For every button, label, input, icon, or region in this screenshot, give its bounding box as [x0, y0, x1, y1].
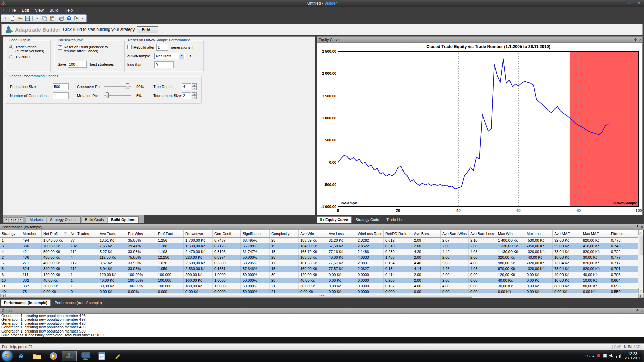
crossover-slider[interactable]	[104, 83, 131, 89]
tray-status-icon[interactable]	[597, 354, 601, 358]
pin-icon[interactable]	[634, 38, 637, 42]
pin-icon[interactable]	[636, 225, 639, 229]
table-horizontal-scrollbar[interactable]: ◀ ▶ •••	[0, 293, 644, 298]
help-icon[interactable]: ?	[66, 15, 72, 22]
tab-scroll-first-icon[interactable]: |◀	[4, 217, 8, 222]
copy-icon[interactable]	[41, 15, 48, 22]
build-button[interactable]: Build...	[137, 26, 158, 33]
table-row-strategy-6[interactable]: 6111120,00 Kč1120,00 Kč100.00%100.000290…	[0, 272, 638, 278]
context-help-icon[interactable]: ?	[73, 15, 80, 22]
column-header-drawdown[interactable]: Drawdown	[184, 230, 213, 237]
column-header-strategy[interactable]: Strategy	[0, 230, 21, 237]
table-row-strategy-1[interactable]: 14941 040,00 Kč7713,51 Kč35.06%1.2561 70…	[0, 238, 638, 243]
splitter-handle[interactable]: •••	[0, 293, 644, 298]
table-row-strategy-4[interactable]: 442590,00 Kč1125,27 Kč33.93%1.1032 470,0…	[0, 249, 638, 255]
column-header-max-loss[interactable]: Max Loss	[525, 230, 553, 237]
table-row-strategy-49[interactable]: 49750,00 Kč00,00 Kč0.00%0.0000,00 Kč0.00…	[0, 289, 638, 293]
show-hidden-icons-icon[interactable]: ▲	[592, 355, 594, 357]
column-header-ret-dd-ratio[interactable]: Ret/DD Ratio	[384, 230, 412, 237]
column-header-corr-coeff[interactable]: Corr Coeff	[213, 230, 241, 237]
taskbar-icon-builder[interactable]	[62, 351, 77, 361]
column-header-complexity[interactable]: Complexity	[270, 230, 299, 237]
less-than-input[interactable]	[154, 61, 174, 68]
oos-metric-dropdown[interactable]: Net Profit ▼	[154, 53, 185, 59]
menu-build[interactable]: Build	[47, 7, 62, 14]
tab-scroll-left-icon[interactable]: ◀	[9, 217, 13, 222]
tab-strategy-code[interactable]: Strategy Code	[352, 216, 382, 223]
generations-input[interactable]	[53, 92, 69, 99]
pin-icon[interactable]	[636, 309, 639, 313]
rebuild-generations-input[interactable]	[156, 44, 168, 51]
table-row-strategy-5[interactable]: 5271400,00 Kč1123,57 Kč33.93%1.0702 590,…	[0, 260, 638, 266]
menu-file[interactable]: File	[6, 7, 19, 14]
tab-performance-in-sample[interactable]: Performance (in-sample)	[1, 299, 51, 306]
column-header-ave-trade[interactable]: Ave Trade	[98, 230, 126, 237]
column-header-fitness[interactable]: Fitness	[609, 230, 637, 237]
ts2000i-radio[interactable]	[9, 55, 13, 59]
tree-depth-stepper[interactable]: ▲▼	[192, 83, 197, 90]
column-header-pct-wins[interactable]: Pct Wins	[126, 230, 156, 237]
open-file-icon[interactable]	[17, 15, 23, 22]
scrollbar-thumb[interactable]	[639, 236, 643, 255]
tab-strategy-options[interactable]: Strategy Options	[47, 216, 81, 223]
tab-markets[interactable]: Markets	[26, 216, 46, 223]
population-size-input[interactable]	[53, 83, 69, 90]
language-indicator[interactable]: CS	[585, 354, 590, 358]
column-header-significance[interactable]: Significance	[241, 230, 270, 237]
close-panel-icon[interactable]: ×	[641, 309, 643, 312]
tab-performance-out-of-sample[interactable]: Performance (out-of-sample)	[51, 299, 105, 306]
tab-scroll-right-icon[interactable]: ▶	[14, 217, 18, 222]
column-header-win-loss-ratio[interactable]: Win/Loss Ratio	[356, 230, 384, 237]
table-row-strategy-3[interactable]: 3380780,00 Kč1027,65 Kč29.41%1.1881 530,…	[0, 243, 638, 249]
taskbar-icon-internet-explorer[interactable]: e	[14, 351, 29, 361]
taskbar-icon-notepad[interactable]	[94, 351, 109, 361]
column-header-ave-loss[interactable]: Ave Loss	[327, 230, 356, 237]
column-header-ave-bars-loss[interactable]: Ave Bars Loss	[469, 230, 496, 237]
tree-depth-input[interactable]	[182, 83, 191, 90]
taskbar-icon-virtual-machine[interactable]	[78, 351, 93, 361]
column-header-ave-bars[interactable]: Ave Bars	[412, 230, 441, 237]
column-header-ave-win[interactable]: Ave Win	[299, 230, 327, 237]
start-button[interactable]	[2, 351, 12, 361]
close-panel-icon[interactable]: ×	[641, 225, 643, 229]
column-header-ave-bars-wins[interactable]: Ave Bars Wins	[441, 230, 469, 237]
column-header-prof-fact[interactable]: Prof Fact	[156, 230, 184, 237]
tray-app-icon[interactable]	[603, 354, 607, 358]
tradestation-radio[interactable]	[9, 45, 13, 49]
menu-help[interactable]: Help	[62, 7, 76, 14]
tab-scroll-last-icon[interactable]: ▶|	[19, 217, 23, 222]
menu-view[interactable]: View	[32, 7, 47, 14]
column-header-max-mae[interactable]: Max MAE	[581, 230, 609, 237]
scroll-up-icon[interactable]: ▲	[638, 230, 643, 235]
minimize-button[interactable]: ─	[616, 0, 625, 6]
table-vertical-scrollbar[interactable]: ▲ ▼	[638, 230, 643, 293]
table-row-strategy-2[interactable]: 2486450,00 Kč4112,50 Kč75.00%12.250320,0…	[0, 255, 638, 260]
save-count-input[interactable]	[68, 61, 87, 68]
column-header-member[interactable]: Member	[21, 230, 42, 237]
close-button[interactable]: ×	[635, 0, 643, 6]
table-row-strategy-8[interactable]: 8324340,00 Kč1123,04 Kč33.93%1.0592 530,…	[0, 266, 638, 272]
volume-icon[interactable]	[609, 354, 614, 358]
scroll-down-icon[interactable]: ▼	[638, 288, 643, 293]
menu-edit[interactable]: Edit	[19, 7, 32, 14]
maximize-button[interactable]: □	[625, 0, 634, 6]
show-desktop-button[interactable]	[642, 350, 644, 362]
toolbar-overflow-icon[interactable]: ▾	[80, 17, 84, 20]
tournament-size-stepper[interactable]: ▲▼	[192, 92, 197, 99]
tournament-size-input[interactable]	[182, 92, 191, 99]
taskbar-icon-pen-tool[interactable]	[110, 351, 125, 361]
tab-build-options[interactable]: Build Options	[108, 216, 139, 223]
cut-icon[interactable]: ✂	[34, 15, 41, 22]
tab-trade-list[interactable]: Trade List	[383, 216, 406, 223]
table-row-strategy-11[interactable]: 1138730,00 Kč130,00 Kč100.00%100.000180,…	[0, 283, 638, 289]
tab-equity-curve[interactable]: Equity Curve	[317, 216, 352, 223]
column-header-net-profit[interactable]: Net Profit▽	[42, 230, 69, 237]
rebuild-after-checkbox[interactable]	[127, 45, 132, 49]
mutation-slider[interactable]	[104, 92, 131, 98]
reset-on-build-checkbox[interactable]: ✓	[58, 45, 62, 50]
save-icon[interactable]	[24, 15, 31, 22]
column-header-max-win[interactable]: Max Win	[496, 230, 525, 237]
network-icon[interactable]	[616, 354, 621, 358]
tab-build-goals[interactable]: Build Goals	[82, 216, 107, 223]
column-header-ave-mae[interactable]: Ave MAE	[553, 230, 581, 237]
